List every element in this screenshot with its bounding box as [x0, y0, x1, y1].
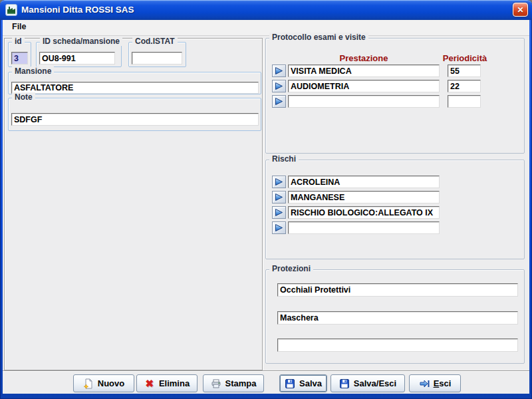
stampa-button[interactable]: Stampa — [203, 374, 264, 392]
salva-esci-button[interactable]: Salva/Esci — [331, 374, 405, 392]
column-header-prestazione: Prestazione — [288, 53, 440, 63]
group-id-label: id — [12, 37, 25, 46]
nuovo-button-label: Nuovo — [98, 378, 124, 388]
group-mansione-label: Mansione — [12, 66, 54, 76]
arrow-right-icon — [274, 81, 285, 92]
periodicita-field[interactable] — [448, 95, 481, 108]
group-note-label: Note — [12, 92, 35, 102]
rischio-row-arrow-button[interactable] — [272, 176, 286, 188]
esci-button-label: Esci — [434, 378, 452, 388]
title-bar[interactable]: Mansioni Ditta ROSSI SAS ✕ — [0, 0, 532, 20]
prestazione-field[interactable] — [288, 80, 440, 92]
delete-x-icon: ✖ — [144, 378, 155, 389]
column-header-periodicita: Periodicità — [438, 53, 492, 63]
menu-bar: File — [3, 20, 529, 36]
group-rischi-label: Rischi — [269, 154, 299, 164]
group-id-scheda: ID scheda/mansione — [36, 42, 122, 67]
rischio-field[interactable] — [288, 191, 440, 203]
stampa-button-label: Stampa — [225, 378, 257, 388]
salva-button-label: Salva — [299, 378, 322, 388]
group-note: Note — [8, 98, 261, 131]
app-icon — [5, 4, 17, 16]
floppy-disk-icon — [285, 378, 295, 389]
prestazione-row-arrow-button[interactable] — [272, 65, 286, 77]
rischio-field[interactable] — [288, 221, 440, 234]
id-field[interactable] — [11, 52, 28, 65]
protezione-field[interactable] — [277, 338, 518, 352]
rischio-row-arrow-button[interactable] — [272, 206, 286, 219]
prestazione-field[interactable] — [288, 65, 440, 77]
group-cod-istat-label: Cod.ISTAT — [132, 37, 178, 46]
button-bar-separator — [3, 370, 529, 372]
esci-button[interactable]: Esci — [409, 374, 461, 392]
main-content: id ID scheda/mansione Cod.ISTAT Mansione… — [3, 36, 529, 394]
arrow-right-icon — [274, 207, 285, 218]
group-rischi: Rischi — [265, 160, 525, 259]
prestazione-row-arrow-button[interactable] — [272, 80, 286, 92]
group-mansione: Mansione — [8, 72, 261, 94]
group-protocollo-label: Protocollo esami e visite — [269, 33, 368, 42]
new-document-icon — [83, 378, 94, 389]
protezione-field[interactable] — [277, 283, 518, 297]
protezione-field[interactable] — [277, 311, 518, 325]
periodicita-field[interactable] — [448, 65, 481, 77]
rischio-row-arrow-button[interactable] — [272, 221, 286, 234]
cod-istat-field[interactable] — [132, 52, 182, 65]
elimina-button[interactable]: ✖ Elimina — [136, 374, 198, 392]
periodicita-field[interactable] — [448, 80, 481, 92]
prestazione-row-arrow-button[interactable] — [272, 95, 286, 108]
arrow-right-icon — [274, 96, 285, 107]
arrow-right-icon — [274, 177, 285, 188]
exit-arrow-icon — [419, 378, 430, 389]
printer-icon — [211, 378, 221, 389]
nuovo-button[interactable]: Nuovo — [73, 374, 134, 392]
elimina-button-label: Elimina — [159, 378, 190, 388]
group-protezioni: Protezioni — [265, 269, 525, 364]
close-icon: ✕ — [517, 6, 523, 14]
left-panel: id ID scheda/mansione Cod.ISTAT Mansione… — [4, 38, 263, 370]
app-window: Mansioni Ditta ROSSI SAS ✕ File id ID sc… — [0, 0, 532, 399]
rischio-field[interactable] — [288, 206, 440, 219]
scheda-mansione-field[interactable] — [39, 52, 115, 65]
prestazione-field[interactable] — [288, 95, 440, 108]
group-protezioni-label: Protezioni — [269, 264, 313, 273]
arrow-right-icon — [274, 66, 285, 76]
group-cod-istat: Cod.ISTAT — [128, 42, 186, 67]
arrow-right-icon — [274, 192, 285, 203]
group-id: id — [8, 42, 31, 67]
window-title: Mansioni Ditta ROSSI SAS — [21, 0, 134, 20]
arrow-right-icon — [274, 223, 285, 233]
salva-button[interactable]: Salva — [279, 374, 327, 392]
group-id-scheda-label: ID scheda/mansione — [40, 37, 122, 46]
floppy-disk-icon — [339, 378, 350, 389]
mansione-field[interactable] — [11, 82, 259, 94]
menu-item-file[interactable]: File — [7, 20, 32, 31]
close-button[interactable]: ✕ — [513, 3, 528, 17]
salva-esci-button-label: Salva/Esci — [354, 378, 396, 388]
rischio-field[interactable] — [288, 176, 440, 188]
rischio-row-arrow-button[interactable] — [272, 191, 286, 203]
group-protocollo: Protocollo esami e visite Prestazione Pe… — [265, 38, 525, 154]
note-field[interactable] — [11, 113, 259, 126]
